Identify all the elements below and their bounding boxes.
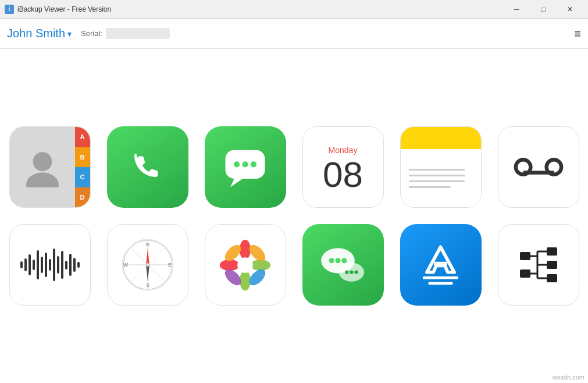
bar-10 [57, 256, 59, 274]
svg-text:S: S [145, 282, 149, 288]
serial-value [106, 28, 170, 39]
watermark: wsxdn.com [553, 374, 585, 381]
user-name-dropdown[interactable]: John Smith ▾ [7, 27, 72, 40]
svg-text:W: W [123, 262, 128, 268]
bar-13 [69, 254, 72, 276]
svg-rect-42 [520, 252, 530, 260]
bar-1 [20, 261, 23, 268]
notes-body [401, 149, 481, 207]
svg-point-24 [220, 260, 240, 271]
main-content: A B C D M [0, 49, 588, 383]
wechat-icon[interactable] [302, 224, 384, 306]
notes-line-2 [409, 175, 465, 176]
notes-line-1 [409, 169, 465, 171]
svg-point-36 [345, 270, 348, 274]
notes-header-bar [401, 127, 481, 149]
notes-icon[interactable] [400, 126, 482, 208]
svg-point-30 [237, 257, 253, 273]
app-store-icon[interactable] [400, 224, 482, 306]
window-controls: ─ □ ✕ [503, 0, 583, 19]
contacts-tab-a: A [75, 127, 90, 147]
app-icon-grid: A B C D M [0, 115, 588, 317]
voice-memos-icon[interactable] [9, 224, 91, 306]
svg-rect-45 [547, 261, 557, 269]
bar-3 [28, 254, 31, 275]
file-manager-icon[interactable] [498, 224, 579, 306]
dropdown-arrow-icon: ▾ [67, 29, 72, 38]
svg-point-6 [251, 161, 256, 167]
svg-point-37 [350, 270, 353, 274]
calendar-icon[interactable]: Monday 08 [302, 126, 384, 208]
serial-label: Serial: [81, 29, 102, 38]
contacts-tab-b: B [75, 147, 90, 168]
bar-2 [24, 258, 27, 271]
calendar-day: 08 [323, 157, 363, 193]
contacts-tab-d: D [75, 187, 90, 208]
bar-6 [41, 257, 43, 273]
bar-4 [33, 260, 35, 270]
title-bar: i iBackup Viewer - Free Version ─ □ ✕ [0, 0, 588, 19]
user-name-text: John Smith [7, 27, 65, 40]
messages-icon[interactable] [205, 126, 286, 208]
svg-rect-9 [523, 171, 554, 174]
svg-point-34 [341, 258, 347, 263]
svg-rect-46 [547, 274, 557, 282]
calendar-month: Monday [329, 146, 358, 155]
svg-point-4 [234, 161, 240, 167]
svg-point-32 [329, 258, 334, 263]
svg-text:N: N [145, 242, 149, 247]
photos-icon[interactable] [205, 224, 286, 306]
voice-memos-bars [20, 247, 80, 282]
svg-point-25 [251, 260, 270, 271]
bar-9 [53, 249, 55, 281]
svg-point-38 [354, 270, 358, 274]
contacts-tab-c: C [75, 167, 90, 187]
svg-point-23 [240, 271, 251, 290]
svg-text:E: E [168, 262, 171, 268]
svg-point-0 [33, 152, 52, 171]
svg-rect-44 [547, 247, 557, 256]
svg-point-33 [335, 258, 340, 263]
safari-icon[interactable]: N S E W [107, 224, 188, 306]
title-bar-text: iBackup Viewer - Free Version [17, 5, 503, 13]
app-icon-small: i [5, 5, 14, 14]
voicemail-icon[interactable] [498, 126, 579, 208]
minimize-button[interactable]: ─ [503, 0, 530, 19]
notes-line-3 [409, 180, 465, 182]
bar-12 [65, 261, 67, 269]
maximize-button[interactable]: □ [530, 0, 557, 19]
svg-marker-3 [230, 179, 243, 187]
wechat-bubbles [315, 244, 371, 286]
bar-11 [61, 251, 63, 279]
bar-14 [73, 258, 76, 272]
svg-point-1 [26, 172, 59, 187]
phone-icon[interactable] [107, 126, 188, 208]
notes-line-4 [409, 186, 451, 188]
svg-point-5 [242, 161, 248, 167]
svg-point-22 [240, 239, 251, 259]
bar-7 [45, 253, 47, 277]
hamburger-menu-icon[interactable]: ≡ [574, 28, 581, 40]
bar-15 [77, 262, 80, 268]
bar-8 [49, 259, 51, 271]
bar-5 [37, 250, 39, 279]
svg-rect-43 [520, 269, 530, 278]
close-button[interactable]: ✕ [557, 0, 583, 19]
app-header: John Smith ▾ Serial: ≡ [0, 19, 588, 49]
contacts-icon[interactable]: A B C D [9, 126, 91, 208]
